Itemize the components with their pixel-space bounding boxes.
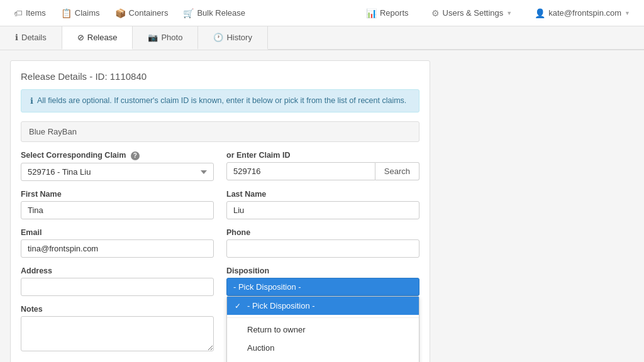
- users-settings-icon: ⚙: [431, 8, 440, 18]
- photo-tab-icon: 📷: [148, 33, 158, 42]
- last-name-group: Last Name: [226, 190, 419, 219]
- nav-label-reports: Reports: [380, 8, 409, 18]
- chevron-down-icon: ▼: [506, 10, 512, 16]
- nav-right: 📊Reports⚙Users & Settings▼👤kate@frontspi…: [360, 3, 636, 23]
- info-banner: ℹ All fields are optional. If customer's…: [21, 89, 419, 112]
- disposition-label: Disposition: [226, 266, 419, 275]
- disposition-option-return[interactable]: Return to owner: [227, 321, 419, 339]
- nav-item-items[interactable]: 🏷Items: [8, 3, 52, 23]
- select-claim-dropdown[interactable]: 529716 - Tina Liu: [21, 163, 214, 181]
- release-details-card: Release Details - ID: 1110840 ℹ All fiel…: [10, 60, 430, 362]
- items-icon: 🏷: [14, 8, 23, 18]
- disposition-dropdown: ✓- Pick Disposition -Return to ownerAuct…: [226, 296, 419, 362]
- history-tab-icon: 🕐: [213, 33, 223, 42]
- nav-item-bulk-release[interactable]: 🛒Bulk Release: [177, 3, 252, 23]
- phone-label: Phone: [226, 228, 419, 237]
- phone-group: Phone: [226, 228, 419, 258]
- email-group: Email: [21, 228, 214, 258]
- top-nav: 🏷Items📋Claims📦Containers🛒Bulk Release 📊R…: [0, 0, 644, 26]
- address-input[interactable]: [21, 278, 214, 296]
- claim-id-label: or Enter Claim ID: [226, 151, 419, 160]
- nav-label-users-settings: Users & Settings: [443, 8, 504, 18]
- claim-id-input-group: Search: [226, 162, 419, 180]
- containers-icon: 📦: [115, 8, 126, 18]
- email-label: Email: [21, 228, 214, 237]
- claim-row: Select Corresponding Claim ? 529716 - Ti…: [21, 151, 419, 181]
- notes-group: Notes: [21, 305, 214, 353]
- select-claim-group: Select Corresponding Claim ? 529716 - Ti…: [21, 151, 214, 181]
- details-tab-icon: ℹ: [15, 33, 18, 42]
- contact-row: Email Phone: [21, 228, 419, 258]
- last-name-input[interactable]: [226, 201, 419, 219]
- nav-label-claims: Claims: [75, 8, 100, 18]
- tab-release[interactable]: ⊘Release: [62, 26, 133, 50]
- section-title: Release Details - ID: 1110840: [21, 71, 419, 82]
- option-label: Return to owner: [247, 325, 306, 334]
- option-label: Auction: [247, 343, 274, 353]
- address-group: Address: [21, 266, 214, 296]
- help-icon[interactable]: ?: [131, 151, 140, 160]
- history-tab-label: History: [226, 33, 252, 42]
- select-claim-label: Select Corresponding Claim ?: [21, 151, 214, 160]
- first-name-group: First Name: [21, 190, 214, 219]
- nav-label-user: kate@frontspin.com: [548, 8, 621, 18]
- reports-icon: 📊: [366, 8, 377, 18]
- disposition-option-auction[interactable]: Auction: [227, 339, 419, 357]
- bulk-release-icon: 🛒: [183, 8, 194, 18]
- address-disposition-row: Address Disposition ✓- Pick Disposition …: [21, 266, 419, 296]
- info-icon: ℹ: [30, 96, 33, 106]
- nav-label-containers: Containers: [129, 8, 169, 18]
- phone-input[interactable]: [226, 239, 419, 258]
- tab-photo[interactable]: 📷Photo: [133, 26, 198, 50]
- main-content: Release Details - ID: 1110840 ℹ All fiel…: [0, 50, 440, 362]
- disposition-input[interactable]: [226, 278, 419, 296]
- release-tab-icon: ⊘: [77, 33, 84, 42]
- disposition-option-key-office[interactable]: Key Office: [227, 357, 419, 362]
- option-label: - Pick Disposition -: [247, 301, 315, 310]
- tab-details[interactable]: ℹDetails: [0, 26, 62, 50]
- details-tab-label: Details: [21, 33, 47, 42]
- claims-icon: 📋: [61, 8, 72, 18]
- disposition-group: Disposition ✓- Pick Disposition -Return …: [226, 266, 419, 296]
- first-name-input[interactable]: [21, 201, 214, 219]
- tab-bar: ℹDetails⊘Release📷Photo🕐History: [0, 26, 644, 50]
- claim-id-group: or Enter Claim ID Search: [226, 151, 419, 181]
- notes-textarea[interactable]: [21, 316, 214, 351]
- nav-item-claims[interactable]: 📋Claims: [55, 3, 106, 23]
- nav-item-users-settings[interactable]: ⚙Users & Settings▼: [425, 3, 519, 23]
- disposition-option-pick[interactable]: ✓- Pick Disposition -: [227, 297, 419, 315]
- tab-history[interactable]: 🕐History: [198, 26, 267, 50]
- name-row: First Name Last Name: [21, 190, 419, 219]
- chevron-down-icon: ▼: [625, 10, 630, 16]
- photo-tab-label: Photo: [161, 33, 182, 42]
- email-input[interactable]: [21, 239, 214, 258]
- last-name-label: Last Name: [226, 190, 419, 199]
- nav-label-bulk-release: Bulk Release: [197, 8, 245, 18]
- check-icon: ✓: [235, 302, 243, 310]
- nav-item-containers[interactable]: 📦Containers: [109, 3, 175, 23]
- release-tab-label: Release: [87, 33, 118, 42]
- first-name-label: First Name: [21, 190, 214, 199]
- info-banner-text: All fields are optional. If customer's c…: [37, 96, 406, 105]
- nav-label-items: Items: [26, 8, 46, 18]
- search-button[interactable]: Search: [375, 162, 419, 180]
- item-name-display: Blue RayBan: [21, 121, 419, 142]
- nav-item-user[interactable]: 👤kate@frontspin.com▼: [528, 3, 636, 23]
- user-icon: 👤: [535, 8, 545, 18]
- notes-label: Notes: [21, 305, 214, 314]
- nav-left: 🏷Items📋Claims📦Containers🛒Bulk Release: [8, 3, 360, 23]
- claim-id-input[interactable]: [226, 162, 375, 180]
- nav-item-reports[interactable]: 📊Reports: [360, 3, 415, 23]
- address-label: Address: [21, 266, 214, 275]
